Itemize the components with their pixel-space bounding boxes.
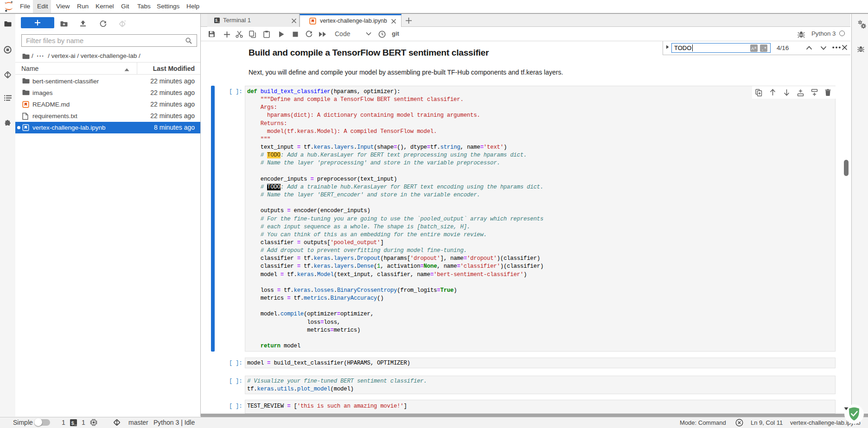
- svg-text:a: a: [754, 46, 756, 49]
- svg-text:.*: .*: [761, 47, 767, 52]
- svg-text:A: A: [751, 46, 754, 51]
- svg-text:$_: $_: [215, 19, 220, 23]
- svg-text:$_: $_: [71, 421, 77, 426]
